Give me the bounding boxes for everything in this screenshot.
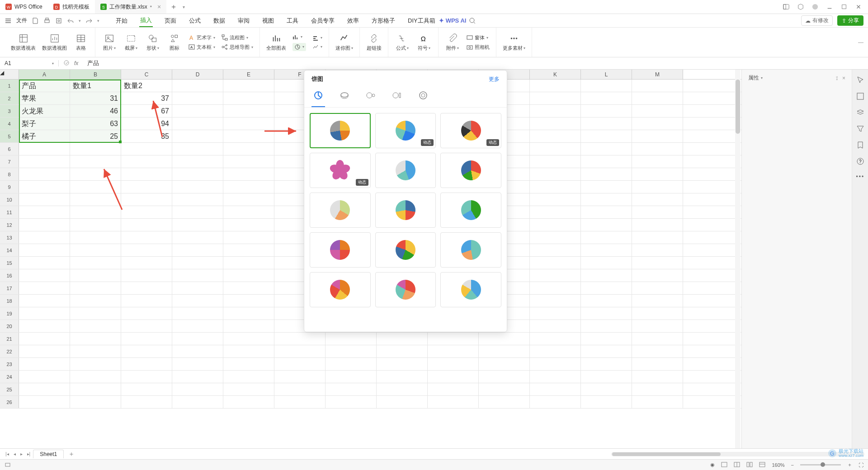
menu-item-效率[interactable]: 效率 (346, 15, 360, 27)
close-panel-icon[interactable]: × (842, 75, 845, 81)
cell[interactable] (223, 269, 274, 282)
share-button[interactable]: ⇪ 分享 (837, 15, 863, 26)
cell[interactable] (121, 143, 172, 155)
cell[interactable] (121, 193, 172, 206)
cell[interactable] (223, 193, 274, 206)
cell[interactable] (326, 358, 377, 370)
bookmark-tool-icon[interactable] (856, 141, 864, 149)
view-layout-icon[interactable] (746, 461, 753, 469)
panel-icon[interactable] (783, 4, 789, 10)
row-header[interactable]: 15 (0, 257, 19, 269)
cell[interactable] (326, 345, 377, 357)
pie-tab-bar-of-pie[interactable] (390, 88, 404, 107)
cell[interactable]: 火龙果 (19, 105, 70, 117)
row-header[interactable]: 21 (0, 333, 19, 345)
cell[interactable] (530, 396, 581, 408)
cell[interactable] (428, 345, 479, 357)
cell[interactable] (70, 257, 121, 269)
cell[interactable] (581, 295, 632, 307)
more-material-button[interactable]: 更多素材▾ (503, 33, 525, 52)
cell[interactable] (581, 206, 632, 218)
chart-template-item[interactable] (310, 272, 371, 307)
cell[interactable] (223, 92, 274, 104)
cell[interactable] (172, 92, 223, 104)
cell[interactable] (581, 257, 632, 269)
cell[interactable] (632, 105, 683, 117)
cell[interactable] (223, 231, 274, 244)
cell[interactable] (530, 130, 581, 142)
pivot-chart-button[interactable]: 数据透视图 (42, 33, 67, 52)
row-header[interactable]: 26 (0, 396, 19, 408)
cell[interactable] (530, 383, 581, 395)
chart-template-item[interactable] (375, 232, 436, 268)
cell[interactable] (70, 345, 121, 357)
col-header[interactable]: A (19, 70, 70, 79)
row-header[interactable]: 23 (0, 358, 19, 370)
cell[interactable] (121, 206, 172, 218)
cell[interactable] (70, 181, 121, 193)
cell[interactable] (19, 282, 70, 294)
cell[interactable] (19, 155, 70, 168)
cell[interactable] (530, 219, 581, 231)
menu-item-视图[interactable]: 视图 (261, 15, 275, 27)
cell[interactable] (632, 130, 683, 142)
cell[interactable] (121, 181, 172, 193)
view-pagebreak-icon[interactable] (734, 461, 740, 469)
cell[interactable] (274, 371, 326, 383)
cell[interactable] (581, 269, 632, 282)
cell[interactable] (121, 269, 172, 282)
row-header[interactable]: 3 (0, 105, 19, 117)
cell[interactable] (223, 307, 274, 320)
cell[interactable] (632, 143, 683, 155)
menu-item-会员专享[interactable]: 会员专享 (310, 15, 335, 27)
sheet-tab[interactable]: Sheet1 (33, 450, 64, 458)
cell[interactable] (223, 345, 274, 357)
add-sheet-button[interactable]: ＋ (65, 450, 78, 458)
cell[interactable]: 94 (121, 118, 172, 130)
cell[interactable] (632, 193, 683, 206)
cell[interactable] (172, 155, 223, 168)
cell[interactable] (581, 118, 632, 130)
cell[interactable] (530, 257, 581, 269)
row-header[interactable]: 4 (0, 118, 19, 130)
cell[interactable] (19, 307, 70, 320)
cell[interactable] (121, 371, 172, 383)
cell[interactable] (274, 396, 326, 408)
close-tab-icon[interactable]: × (157, 3, 161, 10)
cell[interactable] (479, 396, 530, 408)
cell[interactable] (581, 105, 632, 117)
cell[interactable] (172, 80, 223, 92)
tab-menu-caret-icon[interactable]: ▾ (183, 5, 185, 9)
collapse-ribbon-icon[interactable]: — (858, 39, 863, 46)
cell[interactable] (581, 244, 632, 256)
cell[interactable] (70, 383, 121, 395)
popup-more-link[interactable]: 更多 (489, 75, 500, 83)
wordart-button[interactable]: A艺术字▾ (189, 34, 215, 41)
menu-item-审阅[interactable]: 审阅 (237, 15, 250, 27)
redo-icon[interactable] (85, 17, 93, 24)
cell[interactable] (70, 307, 121, 320)
cell[interactable] (19, 371, 70, 383)
cell[interactable]: 46 (70, 105, 121, 117)
row-header[interactable]: 13 (0, 231, 19, 244)
cell[interactable] (479, 345, 530, 357)
cell[interactable] (70, 143, 121, 155)
cell[interactable] (223, 206, 274, 218)
cell[interactable] (172, 307, 223, 320)
cell[interactable] (172, 219, 223, 231)
cell[interactable] (326, 383, 377, 395)
cell[interactable] (223, 333, 274, 345)
cell[interactable] (70, 155, 121, 168)
more-tool-icon[interactable]: ••• (856, 174, 864, 182)
cell[interactable]: 31 (70, 92, 121, 104)
cell[interactable] (632, 181, 683, 193)
undo-caret-icon[interactable]: ▾ (79, 19, 81, 23)
vscrollbar[interactable] (735, 70, 741, 448)
new-tab-button[interactable]: ＋ (166, 2, 181, 12)
cell[interactable] (632, 345, 683, 357)
sheet-nav-first-icon[interactable]: |◂ (4, 451, 11, 456)
cell[interactable] (274, 383, 326, 395)
file-menu[interactable]: 文件 (16, 17, 27, 24)
row-header[interactable]: 10 (0, 193, 19, 206)
cell[interactable] (581, 231, 632, 244)
